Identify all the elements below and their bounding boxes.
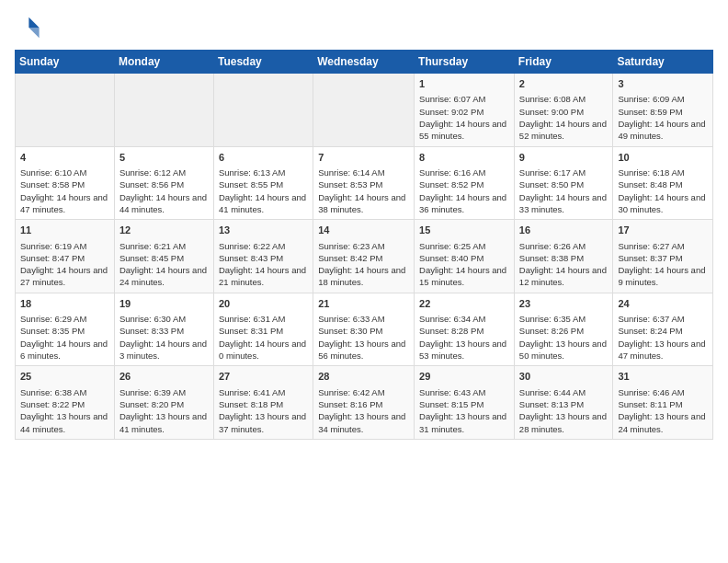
sunrise-text: Sunrise: 6:44 AM (519, 387, 586, 397)
daylight-text: Daylight: 13 hours and 53 minutes. (419, 339, 506, 361)
day-number: 16 (519, 224, 609, 237)
day-content: 1Sunrise: 6:07 AMSunset: 9:02 PMDaylight… (419, 77, 509, 143)
sunset-text: Sunset: 8:26 PM (519, 326, 584, 336)
weekday-header-saturday: Saturday (613, 51, 713, 74)
sunrise-text: Sunrise: 6:33 AM (318, 314, 384, 324)
daylight-text: Daylight: 14 hours and 55 minutes. (419, 119, 506, 141)
sunset-text: Sunset: 8:18 PM (219, 399, 283, 409)
daylight-text: Daylight: 13 hours and 24 minutes. (618, 411, 705, 433)
sunset-text: Sunset: 8:35 PM (20, 326, 85, 336)
day-cell: 2Sunrise: 6:08 AMSunset: 9:00 PMDaylight… (514, 74, 613, 147)
day-cell (114, 74, 213, 147)
sunrise-text: Sunrise: 6:34 AM (419, 314, 485, 324)
day-content: 19Sunrise: 6:30 AMSunset: 8:33 PMDayligh… (119, 297, 209, 362)
daylight-text: Daylight: 14 hours and 44 minutes. (119, 192, 207, 214)
day-number: 31 (618, 370, 708, 384)
day-number: 12 (119, 224, 209, 237)
day-number: 15 (419, 224, 509, 237)
day-number: 26 (119, 370, 209, 384)
sunrise-text: Sunrise: 6:30 AM (119, 314, 186, 324)
day-content: 13Sunrise: 6:22 AMSunset: 8:43 PMDayligh… (219, 224, 308, 289)
svg-marker-0 (28, 17, 39, 28)
sunset-text: Sunset: 8:55 PM (219, 179, 283, 190)
day-number: 11 (20, 224, 109, 237)
day-cell: 17Sunrise: 6:27 AMSunset: 8:37 PMDayligh… (613, 220, 713, 293)
sunrise-text: Sunrise: 6:07 AM (419, 94, 485, 104)
day-cell: 28Sunrise: 6:42 AMSunset: 8:16 PMDayligh… (313, 366, 415, 440)
page-header (15, 15, 713, 40)
day-content: 15Sunrise: 6:25 AMSunset: 8:40 PMDayligh… (419, 224, 509, 289)
weekday-header-thursday: Thursday (415, 51, 515, 74)
day-content: 8Sunrise: 6:16 AMSunset: 8:52 PMDaylight… (419, 151, 509, 216)
day-number: 20 (219, 297, 308, 311)
logo-icon (15, 15, 40, 40)
sunset-text: Sunset: 8:38 PM (519, 253, 584, 263)
daylight-text: Daylight: 13 hours and 31 minutes. (419, 411, 506, 433)
logo (15, 15, 42, 40)
day-content: 25Sunrise: 6:38 AMSunset: 8:22 PMDayligh… (20, 370, 109, 435)
sunset-text: Sunset: 8:31 PM (219, 326, 283, 336)
sunrise-text: Sunrise: 6:31 AM (219, 314, 285, 324)
day-cell: 9Sunrise: 6:17 AMSunset: 8:50 PMDaylight… (514, 146, 613, 220)
day-number: 24 (618, 297, 708, 311)
sunrise-text: Sunrise: 6:38 AM (20, 387, 86, 397)
daylight-text: Daylight: 14 hours and 21 minutes. (219, 265, 306, 287)
day-number: 9 (519, 151, 609, 165)
day-number: 19 (119, 297, 209, 311)
sunrise-text: Sunrise: 6:26 AM (519, 241, 586, 251)
daylight-text: Daylight: 14 hours and 49 minutes. (618, 119, 705, 141)
day-content: 21Sunrise: 6:33 AMSunset: 8:30 PMDayligh… (318, 297, 409, 362)
day-content: 27Sunrise: 6:41 AMSunset: 8:18 PMDayligh… (219, 370, 308, 435)
weekday-header-sunday: Sunday (16, 51, 115, 74)
day-number: 8 (419, 151, 509, 165)
day-cell: 6Sunrise: 6:13 AMSunset: 8:55 PMDaylight… (213, 146, 313, 220)
day-cell: 5Sunrise: 6:12 AMSunset: 8:56 PMDaylight… (114, 146, 213, 220)
day-number: 4 (20, 151, 109, 165)
day-cell (16, 74, 115, 147)
day-content: 26Sunrise: 6:39 AMSunset: 8:20 PMDayligh… (119, 370, 209, 435)
daylight-text: Daylight: 14 hours and 33 minutes. (519, 192, 607, 214)
day-content: 11Sunrise: 6:19 AMSunset: 8:47 PMDayligh… (20, 224, 109, 289)
day-cell: 21Sunrise: 6:33 AMSunset: 8:30 PMDayligh… (313, 293, 415, 366)
day-content: 22Sunrise: 6:34 AMSunset: 8:28 PMDayligh… (419, 297, 509, 362)
sunset-text: Sunset: 8:28 PM (419, 326, 483, 336)
day-cell: 13Sunrise: 6:22 AMSunset: 8:43 PMDayligh… (213, 220, 313, 293)
day-content: 24Sunrise: 6:37 AMSunset: 8:24 PMDayligh… (618, 297, 708, 362)
day-cell: 27Sunrise: 6:41 AMSunset: 8:18 PMDayligh… (213, 366, 313, 440)
daylight-text: Daylight: 14 hours and 9 minutes. (618, 265, 705, 287)
daylight-text: Daylight: 14 hours and 38 minutes. (318, 192, 405, 214)
day-content: 30Sunrise: 6:44 AMSunset: 8:13 PMDayligh… (519, 370, 609, 435)
day-number: 29 (419, 370, 509, 384)
daylight-text: Daylight: 14 hours and 15 minutes. (419, 265, 506, 287)
daylight-text: Daylight: 13 hours and 28 minutes. (519, 411, 607, 433)
day-cell: 20Sunrise: 6:31 AMSunset: 8:31 PMDayligh… (213, 293, 313, 366)
day-number: 27 (219, 370, 308, 384)
sunrise-text: Sunrise: 6:35 AM (519, 314, 586, 324)
day-number: 23 (519, 297, 609, 311)
sunrise-text: Sunrise: 6:22 AM (219, 241, 285, 251)
day-cell: 25Sunrise: 6:38 AMSunset: 8:22 PMDayligh… (16, 366, 115, 440)
sunset-text: Sunset: 8:11 PM (618, 399, 682, 409)
sunrise-text: Sunrise: 6:29 AM (20, 314, 86, 324)
day-number: 17 (618, 224, 708, 237)
day-cell: 22Sunrise: 6:34 AMSunset: 8:28 PMDayligh… (415, 293, 515, 366)
day-cell: 24Sunrise: 6:37 AMSunset: 8:24 PMDayligh… (613, 293, 713, 366)
day-number: 30 (519, 370, 609, 384)
sunset-text: Sunset: 8:16 PM (318, 399, 382, 409)
daylight-text: Daylight: 13 hours and 41 minutes. (119, 411, 207, 433)
sunrise-text: Sunrise: 6:41 AM (219, 387, 285, 397)
sunrise-text: Sunrise: 6:25 AM (419, 241, 485, 251)
svg-marker-1 (28, 28, 39, 38)
sunrise-text: Sunrise: 6:12 AM (119, 167, 186, 178)
day-content: 9Sunrise: 6:17 AMSunset: 8:50 PMDaylight… (519, 151, 609, 216)
sunset-text: Sunset: 8:43 PM (219, 253, 283, 263)
day-number: 25 (20, 370, 109, 384)
day-cell: 18Sunrise: 6:29 AMSunset: 8:35 PMDayligh… (16, 293, 115, 366)
day-cell: 26Sunrise: 6:39 AMSunset: 8:20 PMDayligh… (114, 366, 213, 440)
daylight-text: Daylight: 14 hours and 27 minutes. (20, 265, 108, 287)
week-row-2: 4Sunrise: 6:10 AMSunset: 8:58 PMDaylight… (16, 146, 713, 220)
daylight-text: Daylight: 13 hours and 50 minutes. (519, 339, 607, 361)
day-cell: 14Sunrise: 6:23 AMSunset: 8:42 PMDayligh… (313, 220, 415, 293)
day-number: 3 (618, 77, 708, 91)
weekday-header-row: SundayMondayTuesdayWednesdayThursdayFrid… (16, 51, 713, 74)
